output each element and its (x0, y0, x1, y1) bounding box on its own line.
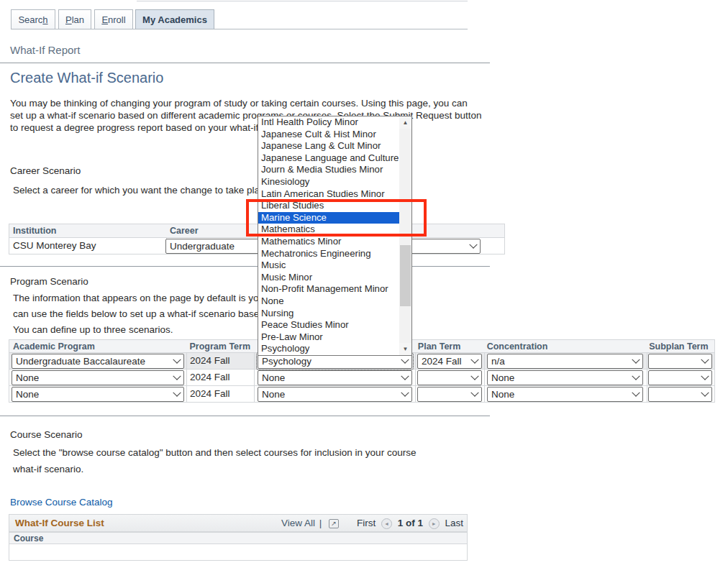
dropdown-option[interactable]: Kinesiology (258, 176, 399, 188)
chevron-down-icon (632, 372, 640, 380)
tab-enroll[interactable]: Enroll (94, 9, 133, 29)
pagination: First ◄ 1 of 1 ► Last (357, 518, 463, 529)
cell-divider (647, 353, 647, 369)
browse-course-catalog-link[interactable]: Browse Course Catalog (10, 497, 113, 508)
plan-term-select-1[interactable]: 2024 Fall (417, 354, 482, 369)
tab-label: Plan (65, 14, 84, 25)
dropdown-option[interactable]: Music Minor (258, 272, 399, 284)
chevron-down-icon (470, 388, 478, 396)
dropdown-option[interactable]: Mechatronics Engineering (258, 248, 399, 260)
program-desc-line-2: can use the fields below to set up a wha… (13, 308, 278, 319)
career-scenario-title: Career Scenario (10, 165, 81, 176)
course-desc-line-1: Select the "browse course catalog" butto… (13, 447, 416, 458)
program-scenario-title: Program Scenario (10, 276, 88, 287)
career-select-value: Undergraduate (170, 241, 235, 252)
area-of-study-select-2[interactable]: None (258, 370, 412, 385)
institution-value: CSU Monterey Bay (13, 240, 96, 251)
previous-page-icon[interactable]: ◄ (381, 518, 392, 529)
dropdown-option[interactable]: Mathematics Minor (258, 236, 399, 248)
intro-line-1: You may be thinking of changing your pro… (10, 98, 468, 109)
tab-label: Enroll (101, 14, 125, 25)
select-value: None (16, 389, 39, 400)
course-list-header-bar: What-If Course List View All | ↗ First ◄… (9, 514, 468, 532)
dropdown-option[interactable]: Nursing (258, 308, 399, 320)
concentration-select-2[interactable]: None (487, 370, 643, 385)
course-list-title: What-If Course List (15, 518, 104, 528)
view-all-link[interactable]: View All | ↗ (281, 518, 339, 528)
cell-divider (484, 353, 485, 369)
area-of-study-select-3[interactable]: None (258, 387, 412, 402)
view-all-label: View All (281, 518, 315, 528)
select-value: None (491, 372, 514, 383)
dropdown-option[interactable]: Peace Studies Minor (258, 319, 399, 331)
course-desc-line-2: what-if scenario. (13, 464, 83, 474)
select-value: None (16, 372, 39, 383)
chevron-down-icon (701, 355, 709, 363)
separator: | (319, 518, 322, 528)
chevron-down-icon (632, 355, 640, 363)
concentration-select-1[interactable]: n/a (487, 354, 643, 369)
section-divider-1 (0, 266, 490, 267)
chevron-down-icon (401, 388, 409, 396)
subplan-term-select-1[interactable] (648, 354, 712, 369)
subplan-term-select-2[interactable] (648, 370, 712, 385)
chevron-down-icon (701, 372, 709, 380)
program-term-value: 2024 Fall (190, 355, 230, 366)
program-desc-line-1: The information that appears on the page… (13, 293, 280, 303)
tab-search[interactable]: Search (11, 9, 55, 29)
cell-divider (415, 386, 416, 402)
program-term-header: Program Term (186, 341, 254, 352)
tab-plan[interactable]: Plan (58, 9, 91, 29)
institution-header: Institution (9, 226, 166, 236)
popup-window-icon[interactable]: ↗ (329, 519, 339, 528)
title-divider (0, 63, 490, 63)
course-header-label: Course (9, 533, 43, 543)
career-scenario-instruction: Select a career for which you want the c… (13, 185, 273, 196)
concentration-select-3[interactable]: None (487, 387, 643, 402)
concentration-header: Concentration (483, 341, 646, 352)
cell-divider (415, 353, 416, 369)
scroll-down-icon[interactable]: ▼ (399, 343, 411, 355)
select-value: None (262, 372, 285, 383)
select-value: None (491, 389, 514, 400)
tab-label: Search (18, 14, 47, 25)
dropdown-option[interactable]: Journ & Media Studies Minor (258, 164, 399, 176)
dropdown-option[interactable]: Latin American Studies Minor (258, 188, 399, 201)
scrollbar-thumb[interactable] (400, 245, 411, 306)
dropdown-option[interactable]: Intl Health Policy Minor (258, 116, 399, 129)
chevron-down-icon (173, 388, 181, 396)
plan-term-header: Plan Term (414, 341, 483, 352)
cell-divider (254, 386, 255, 402)
plan-term-select-2[interactable] (417, 370, 482, 385)
course-empty-row (9, 544, 468, 561)
academic-program-select-3[interactable]: None (12, 387, 184, 402)
academic-program-select-2[interactable]: None (12, 370, 184, 385)
plan-term-select-3[interactable] (417, 387, 482, 402)
dropdown-option[interactable]: Japanese Cult & Hist Minor (258, 129, 399, 141)
dropdown-option[interactable]: Psychology (258, 343, 399, 355)
top-divider (137, 1, 468, 1)
dropdown-option[interactable]: Japanese Language and Culture (258, 152, 399, 165)
dropdown-option[interactable]: None (258, 295, 399, 308)
pagination-last[interactable]: Last (445, 518, 464, 528)
area-of-study-select-1[interactable]: Psychology (258, 354, 412, 369)
cell-divider (484, 386, 485, 402)
pagination-first[interactable]: First (357, 518, 376, 528)
course-column-header: Course (9, 532, 468, 544)
subplan-term-select-3[interactable] (648, 387, 712, 402)
tab-my-academics[interactable]: My Academics (135, 9, 214, 29)
select-value: Undergraduate Baccalaureate (16, 356, 145, 367)
course-scenario-title: Course Scenario (10, 429, 83, 440)
dropdown-option[interactable]: Music (258, 260, 399, 272)
dropdown-option[interactable]: Non-Profit Management Minor (258, 283, 399, 295)
page-title: Create What-if Scenario (10, 70, 163, 86)
dropdown-option[interactable]: Pre-Law Minor (258, 331, 399, 344)
subplan-term-header: Subplan Term (645, 341, 714, 352)
next-page-icon[interactable]: ► (429, 518, 440, 529)
scroll-up-icon[interactable]: ▲ (399, 116, 411, 129)
chevron-down-icon (632, 388, 640, 396)
tab-strip-divider (11, 29, 468, 29)
dropdown-option[interactable]: Japanese Lang & Cult Minor (258, 140, 399, 152)
chevron-down-icon (173, 355, 181, 363)
academic-program-select-1[interactable]: Undergraduate Baccalaureate (12, 354, 184, 369)
